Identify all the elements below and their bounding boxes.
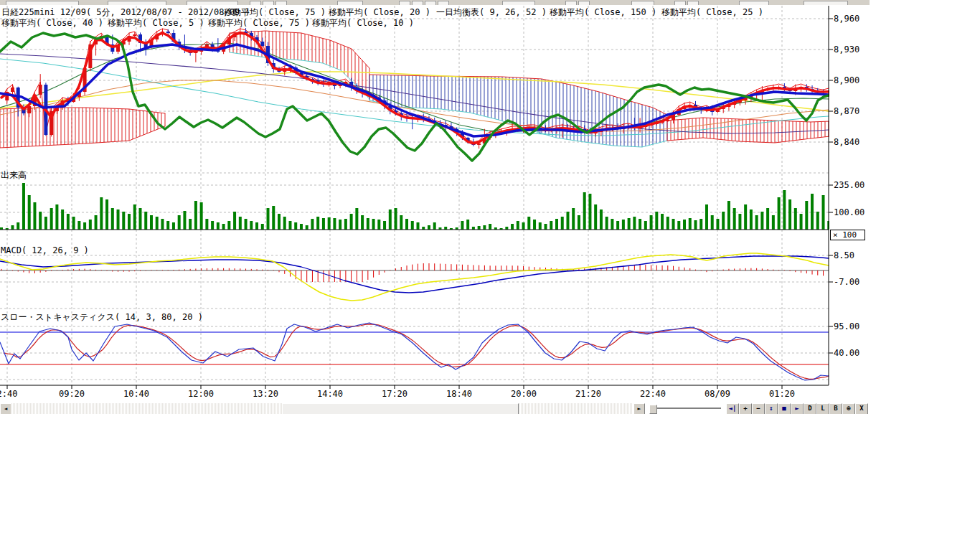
- tool-button-icon[interactable]: ►: [791, 403, 804, 414]
- time-tick-label: 22:40: [640, 389, 666, 399]
- time-tick-label: 17:20: [382, 389, 407, 399]
- axis-tick-label: 235.00: [834, 180, 864, 190]
- time-tick-label: 12:00: [188, 389, 214, 399]
- axis-tick-label: 8.50: [834, 250, 854, 260]
- indicator-label: 移動平均( Close, 150 ): [550, 6, 656, 19]
- zoom-slider-thumb[interactable]: [649, 405, 657, 414]
- bottom-scroll-toolbar: ◄ ► ◄|+−↕■►DLB⊕X: [0, 403, 870, 414]
- scrollbar-thumb[interactable]: [282, 403, 519, 414]
- tool-button-icon[interactable]: ⊕: [842, 403, 855, 414]
- tool-button-L[interactable]: L: [816, 403, 829, 414]
- time-tick-label: 08/09: [705, 389, 730, 399]
- arrow-right-icon: ►: [638, 405, 641, 412]
- tool-button-icon[interactable]: ■: [778, 403, 791, 414]
- axis-tick-label: -7.00: [834, 277, 859, 287]
- tool-button-icon[interactable]: ↕: [765, 403, 778, 414]
- time-tick-label: 14:40: [317, 389, 343, 399]
- tool-button-icon[interactable]: −: [752, 403, 765, 414]
- indicator-label: 移動平均( Close, 40 ): [1, 17, 103, 29]
- scroll-left-button[interactable]: ◄: [0, 403, 11, 414]
- tool-button-iconicon[interactable]: ◄|: [726, 403, 739, 414]
- plot-layers: [0, 6, 831, 385]
- arrow-left-icon: ◄: [4, 405, 8, 412]
- time-tick-label: 09:20: [59, 389, 85, 399]
- macd-panel-label: MACD( 12, 26, 9 ): [1, 246, 89, 255]
- time-tick-label: 18:40: [446, 389, 472, 399]
- tool-button-X[interactable]: X: [855, 403, 868, 414]
- volume-multiplier-badge: × 100: [830, 230, 865, 240]
- chart-application-window: 日経225mini 12/09( 5分, 2012/08/07 - 2012/0…: [0, 0, 870, 414]
- scrollbar-track[interactable]: [11, 403, 633, 414]
- axis-tick-label: 95.00: [834, 321, 859, 331]
- zoom-slider[interactable]: [649, 403, 723, 414]
- axis-tick-label: 8,960: [834, 14, 859, 24]
- axis-tick-label: 8,900: [834, 75, 859, 85]
- indicator-label: 移動平均( Close, 5 ): [108, 17, 204, 29]
- tool-button-B[interactable]: B: [829, 403, 842, 414]
- axis-tick-label: 100.00: [834, 207, 864, 217]
- time-tick-label: 20:00: [511, 389, 537, 399]
- time-tick-label: 21:20: [575, 389, 601, 399]
- time-tick-label: 13:20: [253, 389, 278, 399]
- tool-button-D[interactable]: D: [804, 403, 816, 414]
- axis-tick-label: 8,930: [834, 44, 859, 55]
- scroll-right-button[interactable]: ►: [633, 403, 645, 414]
- time-tick-label: 01:20: [769, 389, 795, 399]
- indicator-label: 一目均衡表( 9, 26, 52 ): [436, 6, 547, 19]
- time-tick-label: 10:40: [123, 389, 149, 399]
- time-tick-label: 2:40: [0, 389, 17, 399]
- chart-plot-area[interactable]: [0, 0, 870, 403]
- tool-button-+[interactable]: +: [739, 403, 752, 414]
- axis-tick-label: 8,840: [834, 137, 859, 147]
- axis-tick-label: 40.00: [834, 348, 859, 358]
- desktop: { "header": { "line1": [ {"text":"日経225m…: [0, 0, 980, 551]
- indicator-label: 移動平均( Close, 75 ): [208, 17, 310, 29]
- indicator-label: 移動平均( Close, 25 ): [661, 6, 763, 19]
- zoom-slider-groove: [654, 408, 721, 410]
- indicator-label: 移動平均( Close, 10 ): [312, 17, 414, 29]
- axis-tick-label: 8,870: [834, 106, 859, 116]
- volume-panel-label: 出来高: [1, 171, 27, 180]
- stochastics-panel-label: スロー・ストキャスティクス( 14, 3, 80, 20 ): [1, 313, 203, 322]
